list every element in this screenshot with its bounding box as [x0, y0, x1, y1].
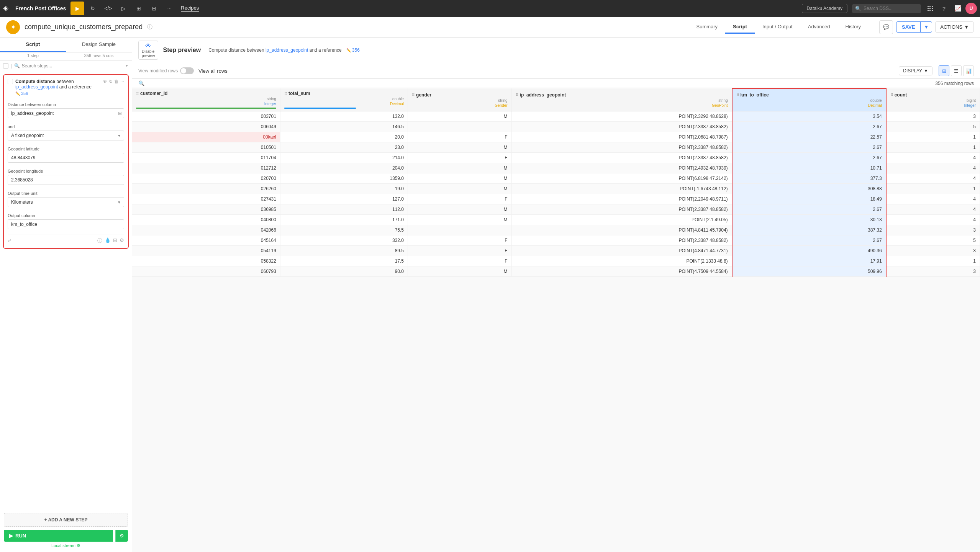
- step-checkbox[interactable]: [8, 79, 13, 84]
- table-row: 05832217.5FPOINT(2.1333 48.8)17.911: [132, 256, 980, 266]
- save-label[interactable]: SAVE: [896, 22, 921, 32]
- nav-script[interactable]: Script: [725, 21, 755, 34]
- add-step-button[interactable]: + ADD A NEW STEP: [4, 513, 128, 527]
- modified-rows-toggle[interactable]: [180, 67, 194, 74]
- table-cell: M: [408, 266, 512, 277]
- global-search[interactable]: 🔍: [852, 4, 921, 13]
- chart-view-button[interactable]: 📊: [963, 65, 974, 76]
- dataiku-academy-button[interactable]: Dataiku Academy: [802, 4, 847, 13]
- step-badge[interactable]: ✏️ 356: [15, 91, 28, 96]
- step-card-title: Compute distance between ip_address_geop…: [15, 79, 92, 90]
- step-eye-icon[interactable]: 👁: [103, 79, 107, 84]
- design-subtab: 356 rows 5 cols: [66, 52, 132, 60]
- col-header-gender: ⠿ gender string Gender: [408, 88, 512, 111]
- step-refresh-icon[interactable]: ↻: [109, 79, 113, 84]
- table-cell: M: [408, 204, 512, 215]
- data-table-wrap[interactable]: ⠿ customer_id string Integer ⠿ total_sum…: [132, 88, 980, 552]
- table-cell: 2.67: [732, 142, 886, 153]
- table-cell: F: [408, 194, 512, 204]
- user-avatar[interactable]: U: [965, 3, 977, 14]
- input-grid-icon[interactable]: ⊞: [118, 111, 122, 116]
- table-row: 036985112.0MPOINT(2.3387 48.8582)2.674: [132, 204, 980, 215]
- latitude-form: Geopoint latitude: [8, 144, 124, 166]
- table-cell: POINT(2.4932 48.7939): [511, 163, 732, 173]
- table-cell: F: [408, 256, 512, 266]
- search-icon: 🔍: [855, 6, 861, 11]
- distance-between-input[interactable]: [8, 108, 124, 118]
- list-view-button[interactable]: ☰: [951, 65, 962, 76]
- table-cell: 1359.0: [280, 173, 408, 184]
- latitude-input[interactable]: [8, 153, 124, 163]
- table-cell: 036985: [132, 204, 280, 215]
- fixed-geopoint-select[interactable]: A fixed geopoint: [8, 131, 124, 140]
- dropdown-arrow-steps[interactable]: ▼: [125, 64, 129, 68]
- footer-copy-icon[interactable]: ⊞: [113, 237, 117, 244]
- header-row: ⠿ customer_id string Integer ⠿ total_sum…: [132, 88, 980, 111]
- distance-between-form: Distance between column ⊞: [8, 99, 124, 121]
- table-cell: POINT(6.8198 47.2142): [511, 173, 732, 184]
- distance-between-label: Distance between column: [8, 102, 124, 107]
- nav-deploy-icon[interactable]: ⊞: [132, 2, 146, 15]
- nav-refresh-icon[interactable]: ↻: [86, 2, 100, 15]
- actions-dropdown-icon: ▼: [964, 24, 969, 30]
- run-settings-button[interactable]: ⚙: [115, 530, 128, 542]
- footer-info-icon[interactable]: ⓘ: [97, 237, 102, 244]
- time-unit-select[interactable]: Kilometers Miles: [8, 197, 124, 207]
- footer-water-icon[interactable]: 💧: [105, 237, 111, 244]
- search-input[interactable]: [864, 6, 913, 11]
- help-icon[interactable]: ?: [938, 2, 950, 15]
- and-label: and: [8, 124, 124, 129]
- nav-input-output[interactable]: Input / Output: [755, 21, 800, 34]
- step-link: ip_address_geopoint: [15, 84, 58, 90]
- data-table: ⠿ customer_id string Integer ⠿ total_sum…: [132, 88, 980, 277]
- time-unit-label: Output time unit: [8, 191, 124, 196]
- nav-code-icon[interactable]: </>: [101, 2, 115, 15]
- nav-recipe-icon[interactable]: ▶: [70, 2, 84, 15]
- output-column-input[interactable]: [8, 219, 124, 229]
- step-more-icon[interactable]: ···: [120, 79, 124, 84]
- nav-summary[interactable]: Summary: [688, 21, 725, 34]
- table-row: 04206675.5POINT(4.8411 45.7904)387.323: [132, 225, 980, 235]
- grid-view-button[interactable]: ⊞: [939, 65, 949, 76]
- table-cell: 146.5: [280, 122, 408, 132]
- table-cell: 18.49: [732, 194, 886, 204]
- chat-button[interactable]: 💬: [879, 20, 893, 34]
- and-form: and A fixed geopoint ▼: [8, 121, 124, 144]
- step-preview-title: Step preview: [163, 47, 201, 53]
- left-panel: Script Design Sample 1 step 356 rows 5 c…: [0, 38, 132, 552]
- table-cell: M: [408, 184, 512, 194]
- table-cell: POINT(2.2049 48.9711): [511, 194, 732, 204]
- apps-icon[interactable]: [924, 2, 936, 15]
- footer-settings-icon[interactable]: ⚙: [120, 237, 124, 244]
- search-steps-input[interactable]: [21, 63, 123, 69]
- run-button[interactable]: ▶ RUN: [4, 530, 113, 542]
- save-dropdown-arrow[interactable]: ▼: [921, 22, 932, 32]
- table-cell: 006049: [132, 122, 280, 132]
- table-row: 006049146.5POINT(2.3387 48.8582)2.675: [132, 122, 980, 132]
- table-cell: 90.0: [280, 266, 408, 277]
- table-cell: POINT(2.3387 48.8582): [511, 142, 732, 153]
- nav-advanced[interactable]: Advanced: [800, 21, 838, 34]
- disable-preview-button[interactable]: 👁 Disablepreview: [138, 41, 158, 60]
- nav-more-icon[interactable]: ···: [162, 2, 176, 15]
- longitude-input[interactable]: [8, 175, 124, 185]
- nav-history[interactable]: History: [838, 21, 869, 34]
- distance-between-input-wrap: ⊞: [8, 108, 124, 118]
- tab-design-sample[interactable]: Design Sample: [66, 38, 132, 52]
- table-cell: F: [408, 235, 512, 246]
- recipe-info-icon[interactable]: ⓘ: [147, 24, 152, 31]
- step-delete-icon[interactable]: 🗑: [114, 79, 119, 84]
- select-all-checkbox[interactable]: [3, 63, 8, 69]
- nav-view-icon[interactable]: ⊟: [147, 2, 161, 15]
- display-button[interactable]: DISPLAY ▼: [899, 66, 932, 75]
- actions-button[interactable]: ACTIONS ▼: [935, 21, 974, 33]
- table-cell: 19.0: [280, 184, 408, 194]
- script-subtab: 1 step: [0, 52, 66, 60]
- table-cell: [408, 225, 512, 235]
- table-cell: 1: [886, 256, 980, 266]
- trending-icon[interactable]: 📈: [952, 2, 964, 15]
- nav-play-icon[interactable]: ▷: [116, 2, 130, 15]
- save-button[interactable]: SAVE ▼: [896, 21, 932, 33]
- tab-script[interactable]: Script: [0, 38, 66, 52]
- table-search-input[interactable]: [147, 81, 223, 86]
